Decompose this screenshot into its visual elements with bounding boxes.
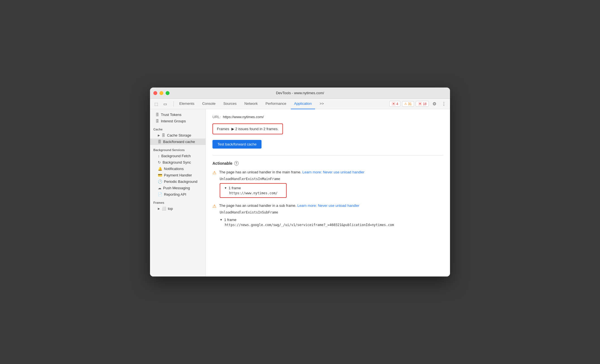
back-forward-icon: 🗄 (158, 140, 161, 144)
frame-box-2: ▼ 1 frame https://news.google.com/swg/_/… (220, 217, 443, 228)
periodic-icon: 🕐 (158, 179, 162, 184)
tab-network[interactable]: Network (241, 99, 261, 109)
info-badge[interactable]: ✕ 18 (416, 101, 429, 107)
frame-arrow-1: ▼ (224, 186, 227, 190)
tab-application[interactable]: Application (291, 99, 315, 109)
issue-link-1[interactable]: Learn more: Never use unload handler (303, 170, 365, 174)
frame-count-2: 1 frame (224, 218, 236, 222)
more-menu-icon[interactable]: ⋮ (440, 100, 448, 108)
sidebar-item-cache-storage[interactable]: ▶ 🗄 Cache Storage (150, 132, 205, 139)
frames-issues-box[interactable]: Frames ▶ 2 issues found in 2 frames. (212, 123, 283, 134)
url-value: https://www.nytimes.com/ (223, 115, 264, 119)
info-count: 18 (423, 102, 427, 106)
section-header-frames: Frames (150, 198, 205, 205)
issue-code-2: UnloadHandlerExistsInSubFrame (220, 210, 443, 214)
notifications-icon: 🔔 (158, 167, 162, 171)
reporting-icon: 📄 (158, 192, 162, 196)
titlebar: DevTools - www.nytimes.com/ (150, 88, 450, 99)
frames-issues-text: ▶ 2 issues found in 2 frames. (231, 127, 279, 131)
sidebar-label-payment: Payment Handler (164, 173, 192, 177)
sidebar-label-bg-sync: Background Sync (163, 160, 191, 164)
sidebar-label-bg-fetch: Background Fetch (161, 154, 191, 158)
url-row: URL: https://www.nytimes.com/ (212, 115, 443, 119)
sidebar-label-periodic: Periodic Background (164, 179, 197, 184)
inspect-icon[interactable]: ⬚ (152, 100, 160, 108)
frame-count-1: 1 frame (229, 186, 241, 190)
window-title: DevTools - www.nytimes.com/ (276, 91, 324, 95)
device-icon[interactable]: ▭ (161, 100, 169, 108)
warning-icon-2: ⚠ (212, 203, 216, 209)
tab-sources[interactable]: Sources (220, 99, 240, 109)
frame-url-2: https://news.google.com/swg/_/ui/v1/serv… (220, 223, 443, 227)
issue-text-1: The page has an unload handler in the ma… (219, 170, 443, 174)
frame-row-1[interactable]: ▼ 1 frame (224, 186, 282, 190)
arrow-icon-top: ▶ (158, 207, 160, 210)
sidebar-item-back-forward-cache[interactable]: 🗄 Back/forward cache (150, 139, 205, 145)
divider (212, 155, 443, 156)
devtools-window: DevTools - www.nytimes.com/ ⬚ ▭ Elements… (150, 88, 450, 276)
tab-console[interactable]: Console (199, 99, 219, 109)
sidebar-item-trust-tokens[interactable]: 🗄 Trust Tokens (150, 111, 205, 118)
main-layout: 🗄 Trust Tokens 🗄 Interest Groups Cache ▶… (150, 109, 450, 276)
section-header-cache: Cache (150, 124, 205, 132)
issue-item-2: ⚠ The page has an unload handler in a su… (212, 203, 443, 228)
warning-count: 31 (408, 102, 412, 106)
section-header-bg-services: Background Services (150, 145, 205, 153)
sidebar-item-periodic-background[interactable]: 🕐 Periodic Background (150, 178, 205, 185)
sidebar-item-background-fetch[interactable]: ↕ Background Fetch (150, 153, 205, 159)
help-icon[interactable]: ? (234, 161, 239, 166)
frame-url-1: https://www.nytimes.com/ (224, 191, 282, 195)
tab-elements[interactable]: Elements (176, 99, 198, 109)
frame-box-1: ▼ 1 frame https://www.nytimes.com/ (220, 183, 287, 198)
minimize-button[interactable] (159, 91, 163, 95)
error-icon: ✕ (391, 102, 396, 106)
issue-code-1: UnloadHandlerExistsInMainFrame (220, 177, 443, 181)
frames-label: Frames (217, 127, 229, 131)
issue-link-2[interactable]: Learn more: Never use unload handler (297, 203, 359, 208)
toolbar-left: ⬚ ▭ (152, 100, 169, 108)
bg-sync-icon: ↻ (158, 160, 161, 164)
sidebar-label-cache-storage: Cache Storage (167, 133, 191, 137)
sidebar-item-push-messaging[interactable]: ☁ Push Messaging (150, 185, 205, 191)
sidebar-label-trust-tokens: Trust Tokens (161, 113, 182, 117)
toolbar: ⬚ ▭ Elements Console Sources Network Per… (150, 99, 450, 109)
toolbar-right: ✕ 4 ⚠ 31 ✕ 18 ⚙ ⋮ (389, 100, 448, 108)
content-area: URL: https://www.nytimes.com/ Frames ▶ 2… (206, 109, 450, 276)
sidebar-item-background-sync[interactable]: ↻ Background Sync (150, 159, 205, 166)
warning-icon-1: ⚠ (212, 170, 216, 175)
arrow-icon-cache: ▶ (158, 134, 160, 137)
traffic-lights (153, 91, 170, 95)
sidebar-label-interest-groups: Interest Groups (161, 119, 186, 123)
maximize-button[interactable] (166, 91, 170, 95)
sidebar-item-reporting-api[interactable]: 📄 Reporting API (150, 191, 205, 198)
sidebar-item-interest-groups[interactable]: 🗄 Interest Groups (150, 118, 205, 124)
payment-icon: 💳 (158, 173, 162, 177)
sidebar-item-payment-handler[interactable]: 💳 Payment Handler (150, 172, 205, 178)
issue-row-2: ⚠ The page has an unload handler in a su… (212, 203, 443, 209)
push-icon: ☁ (158, 186, 161, 190)
sidebar-item-top-frame[interactable]: ▶ ⬜ top (150, 205, 205, 212)
issue-text-2: The page has an unload handler in a sub … (219, 203, 443, 208)
cache-storage-icon: 🗄 (162, 133, 165, 137)
more-tabs-btn[interactable]: >> (316, 99, 327, 109)
database-icon: 🗄 (156, 113, 159, 117)
sidebar-label-notifications: Notifications (164, 167, 184, 171)
sidebar: 🗄 Trust Tokens 🗄 Interest Groups Cache ▶… (150, 109, 206, 276)
error-count: 4 (396, 102, 398, 106)
bg-fetch-icon: ↕ (158, 154, 160, 158)
issue-row-1: ⚠ The page has an unload handler in the … (212, 170, 443, 175)
frame-row-2[interactable]: ▼ 1 frame (220, 218, 443, 222)
warning-badge[interactable]: ⚠ 31 (402, 101, 414, 107)
sidebar-item-notifications[interactable]: 🔔 Notifications (150, 166, 205, 172)
close-button[interactable] (153, 91, 157, 95)
actionable-title: Actionable ? (212, 161, 443, 166)
toolbar-separator (173, 101, 174, 107)
settings-icon[interactable]: ⚙ (430, 100, 438, 108)
warning-icon: ⚠ (404, 102, 407, 106)
test-cache-button[interactable]: Test back/forward cache (212, 140, 262, 149)
info-icon: ✕ (418, 102, 422, 106)
error-badge[interactable]: ✕ 4 (389, 101, 401, 107)
issue-item-1: ⚠ The page has an unload handler in the … (212, 170, 443, 198)
database-icon-2: 🗄 (156, 119, 159, 123)
tab-performance[interactable]: Performance (262, 99, 289, 109)
